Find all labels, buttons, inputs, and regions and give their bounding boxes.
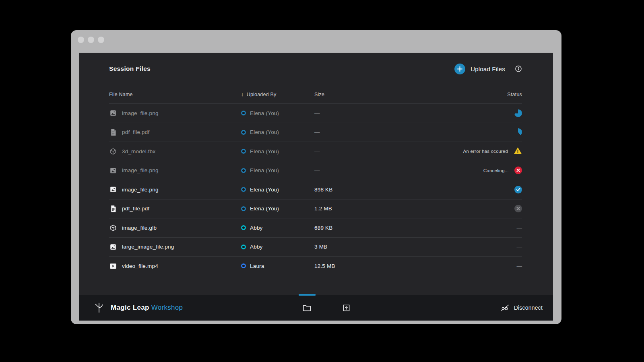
- table-row[interactable]: image_file.glb Abby 689 KB —: [109, 218, 522, 237]
- disconnect-button[interactable]: Disconnect: [500, 304, 543, 311]
- file-size: 689 KB: [314, 225, 375, 231]
- window-dot[interactable]: [98, 37, 104, 43]
- avatar: [241, 168, 246, 173]
- model-file-icon: [109, 148, 117, 155]
- status-wrap: [375, 128, 522, 136]
- column-uploaded-by[interactable]: ↓ Uploaded By: [241, 91, 314, 97]
- table-row[interactable]: image_file.png Elena (You) —: [109, 103, 522, 123]
- sort-desc-icon[interactable]: ↓: [241, 91, 244, 97]
- column-size[interactable]: Size: [314, 92, 375, 97]
- uploader-name: Elena (You): [250, 148, 279, 154]
- uploader-name: Elena (You): [250, 187, 279, 193]
- upload-box-icon: [343, 304, 350, 312]
- info-icon: [515, 65, 522, 72]
- file-cell: pdf_file.pdf: [109, 205, 241, 212]
- uploader-cell: Abby: [241, 244, 314, 250]
- image-file-icon: [109, 243, 117, 251]
- table-row[interactable]: image_file.png Elena (You) 898 KB: [109, 180, 522, 199]
- table-row[interactable]: pdf_file.pdf Elena (You) 1.2 MB: [109, 199, 522, 218]
- uploader-name: Elena (You): [250, 167, 279, 173]
- uploader-name: Elena (You): [250, 129, 279, 135]
- footer-bar: Magic Leap Workshop: [79, 295, 553, 321]
- remove-icon[interactable]: [514, 205, 522, 212]
- status-wrap: [375, 186, 522, 193]
- status-wrap: —: [375, 263, 522, 269]
- file-name: video_file.mp4: [122, 263, 158, 269]
- tab-upload[interactable]: [338, 295, 355, 321]
- status-cell: Canceling...: [375, 167, 522, 174]
- uploader-name: Abby: [250, 225, 263, 231]
- image-file-icon: [109, 167, 117, 174]
- column-file-name[interactable]: File Name: [109, 92, 241, 97]
- status-wrap: [375, 205, 522, 212]
- uploader-cell: Elena (You): [241, 187, 314, 193]
- brand: Magic Leap Workshop: [94, 302, 183, 314]
- brand-primary: Magic Leap: [111, 304, 149, 311]
- file-cell: image_file.glb: [109, 224, 241, 232]
- avatar: [241, 225, 246, 230]
- status-text: Canceling...: [483, 168, 509, 173]
- file-size: —: [314, 148, 375, 154]
- disconnect-icon: [500, 304, 510, 311]
- file-cell: video_file.mp4: [109, 263, 241, 269]
- file-name: pdf_file.pdf: [122, 129, 149, 135]
- window-dot[interactable]: [78, 37, 84, 43]
- avatar: [241, 206, 246, 211]
- status-wrap: [375, 109, 522, 117]
- avatar: [241, 149, 246, 154]
- upload-progress-icon: [514, 128, 522, 136]
- file-size: 3 MB: [314, 244, 375, 250]
- status-cell: [375, 205, 522, 212]
- status-cell: —: [375, 225, 522, 231]
- avatar: [241, 130, 246, 135]
- upload-progress-icon: [514, 109, 522, 117]
- status-cell: —: [375, 244, 522, 250]
- uploader-cell: Laura: [241, 263, 314, 269]
- no-status-dash: —: [517, 225, 522, 231]
- uploader-name: Elena (You): [250, 206, 279, 212]
- status-wrap: —: [375, 225, 522, 231]
- upload-files-label[interactable]: Upload Files: [471, 66, 505, 72]
- file-size: —: [314, 167, 375, 173]
- file-cell: 3d_model.fbx: [109, 148, 241, 155]
- file-size: —: [314, 110, 375, 116]
- no-status-dash: —: [517, 263, 522, 269]
- table-row[interactable]: pdf_file.pdf Elena (You) —: [109, 123, 522, 142]
- page-title: Session Files: [109, 65, 151, 72]
- uploader-cell: Elena (You): [241, 167, 314, 173]
- column-status[interactable]: Status: [375, 92, 522, 97]
- window-controls: [78, 37, 104, 43]
- pdf-file-icon: [109, 205, 117, 212]
- success-icon: [514, 186, 522, 193]
- info-button[interactable]: [515, 65, 522, 72]
- file-size: —: [314, 129, 375, 135]
- upload-files-button[interactable]: [454, 64, 465, 74]
- status-wrap: Canceling...: [375, 167, 522, 174]
- window-dot[interactable]: [88, 37, 94, 43]
- uploader-name: Abby: [250, 244, 263, 250]
- status-cell: —: [375, 263, 522, 269]
- upload-controls: Upload Files: [454, 64, 522, 74]
- disconnect-label: Disconnect: [514, 304, 543, 311]
- table-row[interactable]: 3d_model.fbx Elena (You) — An error has …: [109, 142, 522, 161]
- file-name: image_file.png: [122, 110, 159, 116]
- table-row[interactable]: video_file.mp4 Laura 12.5 MB —: [109, 256, 522, 276]
- status-wrap: —: [375, 244, 522, 250]
- warning-icon: [514, 147, 522, 156]
- no-status-dash: —: [517, 244, 522, 250]
- magic-leap-logo-icon: [94, 302, 104, 314]
- uploader-name: Elena (You): [250, 110, 279, 116]
- app-window: Session Files Upload Files: [71, 30, 561, 324]
- table-row[interactable]: large_image_file.png Abby 3 MB —: [109, 237, 522, 257]
- file-name: image_file.png: [122, 167, 159, 173]
- model-file-icon: [109, 224, 117, 232]
- uploader-cell: Abby: [241, 225, 314, 231]
- avatar: [241, 187, 246, 192]
- file-list: image_file.png Elena (You) — pdf_file.pd…: [109, 103, 522, 276]
- file-size: 12.5 MB: [314, 263, 375, 269]
- status-cell: An error has occured: [375, 147, 522, 156]
- table-row[interactable]: image_file.png Elena (You) — Canceling..…: [109, 161, 522, 180]
- cancel-icon[interactable]: [514, 167, 522, 174]
- uploader-cell: Elena (You): [241, 110, 314, 116]
- tab-files[interactable]: [299, 295, 316, 321]
